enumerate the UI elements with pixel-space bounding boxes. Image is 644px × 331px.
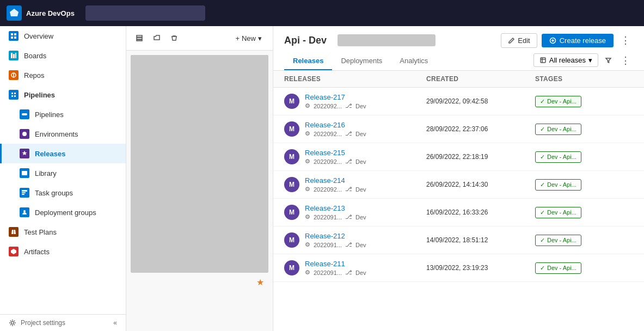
- svg-rect-12: [22, 190, 27, 192]
- sidebar-label-pipelines: Pipelines: [35, 111, 64, 119]
- logo-text: Azure DevOps: [26, 9, 75, 17]
- sidebar-item-environments[interactable]: Environments: [0, 124, 126, 144]
- branch-icon: ⎇: [345, 269, 352, 276]
- tab-bar: Releases Deployments Analytics All relea…: [284, 52, 633, 70]
- svg-rect-4: [11, 53, 13, 58]
- sidebar-label-deploygroups: Deployment groups: [35, 209, 96, 217]
- release-info: Release-215 ⚙ 2022092... ⎇ Dev: [305, 149, 366, 165]
- tab-releases-label: Releases: [293, 57, 323, 65]
- sidebar-item-deploygroups[interactable]: Deployment groups: [0, 203, 126, 222]
- stage-cell: ✓ Dev - Api...: [535, 124, 633, 135]
- sidebar-item-releases[interactable]: Releases: [0, 144, 126, 163]
- logo[interactable]: Azure DevOps: [7, 5, 75, 21]
- releases-table: Releases Created Stages M Release-217 ⚙ …: [273, 71, 644, 331]
- meta-build: 2022091...: [314, 242, 342, 248]
- branch-icon: ⎇: [345, 130, 352, 137]
- all-releases-button[interactable]: All releases ▾: [533, 53, 598, 67]
- release-name[interactable]: Release-212: [305, 232, 366, 240]
- delete-btn[interactable]: [167, 30, 182, 46]
- middle-content: ★: [126, 51, 273, 331]
- release-meta: ⚙ 2022091... ⎇ Dev: [305, 269, 366, 276]
- stage-badge[interactable]: ✓ Dev - Api...: [535, 207, 581, 218]
- stage-badge[interactable]: ✓ Dev - Api...: [535, 151, 581, 163]
- artifacts-icon: [9, 247, 19, 256]
- more-options-button[interactable]: ⋮: [618, 33, 633, 48]
- sidebar-item-library[interactable]: Library: [0, 163, 126, 183]
- table-more-button[interactable]: ⋮: [618, 53, 633, 68]
- release-meta: ⚙ 2022092... ⎇ Dev: [305, 186, 366, 193]
- build-icon: ⚙: [305, 158, 310, 165]
- filter-button[interactable]: [600, 53, 616, 68]
- header-top: Api - Dev Edit Create release ⋮: [284, 33, 633, 48]
- release-meta: ⚙ 2022091... ⎇ Dev: [305, 213, 366, 220]
- edit-button[interactable]: Edit: [501, 33, 537, 48]
- new-button[interactable]: + New ▾: [230, 32, 267, 45]
- sidebar-item-pipelines-header[interactable]: Pipelines: [0, 85, 126, 105]
- sidebar-item-testplans[interactable]: Test Plans: [0, 222, 126, 242]
- right-panel: Api - Dev Edit Create release ⋮ Rele: [273, 26, 644, 331]
- search-bar[interactable]: [85, 5, 205, 21]
- create-release-button[interactable]: Create release: [542, 34, 614, 47]
- release-cell: M Release-211 ⚙ 2022091... ⎇ Dev: [284, 260, 426, 276]
- new-label: New: [242, 34, 256, 42]
- avatar: M: [284, 94, 299, 109]
- create-release-label: Create release: [560, 36, 606, 45]
- sidebar-item-pipelines[interactable]: Pipelines: [0, 105, 126, 124]
- middle-toolbar: + New ▾: [126, 26, 273, 51]
- folder-view-btn[interactable]: [149, 30, 164, 46]
- stage-badge[interactable]: ✓ Dev - Api...: [535, 124, 581, 135]
- created-cell: 13/09/2022, 23:19:23: [426, 264, 535, 272]
- releases-icon: [20, 149, 29, 158]
- tab-releases[interactable]: Releases: [284, 52, 332, 70]
- stage-label: Dev - Api...: [547, 265, 576, 271]
- sidebar-label-artifacts: Artifacts: [24, 248, 50, 256]
- table-row: M Release-214 ⚙ 2022092... ⎇ Dev 26/09/2…: [273, 171, 644, 199]
- release-meta: ⚙ 2022092... ⎇ Dev: [305, 130, 366, 137]
- sidebar-item-overview[interactable]: Overview: [0, 26, 126, 46]
- tab-deployments[interactable]: Deployments: [332, 52, 391, 70]
- stage-cell: ✓ Dev - Api...: [535, 151, 633, 163]
- svg-rect-23: [541, 58, 545, 63]
- release-name[interactable]: Release-216: [305, 121, 366, 129]
- table-row: M Release-215 ⚙ 2022092... ⎇ Dev 26/09/2…: [273, 143, 644, 171]
- svg-rect-6: [15, 53, 16, 58]
- library-icon: [20, 168, 29, 178]
- taskgroups-icon: [20, 188, 29, 198]
- branch-icon: ⎇: [345, 241, 352, 248]
- table-row: M Release-211 ⚙ 2022091... ⎇ Dev 13/09/2…: [273, 254, 644, 282]
- release-name[interactable]: Release-211: [305, 260, 366, 268]
- stage-badge[interactable]: ✓ Dev - Api...: [535, 235, 581, 246]
- release-name[interactable]: Release-217: [305, 93, 366, 101]
- project-settings-label: Project settings: [21, 319, 65, 327]
- sidebar-item-repos[interactable]: Repos: [0, 65, 126, 85]
- stage-label: Dev - Api...: [547, 209, 576, 216]
- check-icon: ✓: [540, 237, 545, 244]
- release-name[interactable]: Release-215: [305, 149, 366, 157]
- check-icon: ✓: [540, 181, 545, 188]
- avatar: M: [284, 205, 299, 220]
- release-name[interactable]: Release-213: [305, 204, 366, 212]
- project-settings[interactable]: Project settings «: [0, 314, 126, 331]
- sidebar-item-taskgroups[interactable]: Task groups: [0, 183, 126, 203]
- chevron-down-icon: ▾: [258, 34, 262, 42]
- stage-badge[interactable]: ✓ Dev - Api...: [535, 179, 581, 191]
- release-info: Release-216 ⚙ 2022092... ⎇ Dev: [305, 121, 366, 137]
- favorite-button[interactable]: ★: [131, 277, 268, 287]
- meta-build: 2022092...: [314, 158, 342, 165]
- pipeline-list-placeholder: [131, 55, 268, 273]
- release-cell: M Release-216 ⚙ 2022092... ⎇ Dev: [284, 121, 426, 137]
- stage-cell: ✓ Dev - Api...: [535, 179, 633, 191]
- tab-analytics-label: Analytics: [400, 57, 428, 65]
- sidebar-item-artifacts[interactable]: Artifacts: [0, 242, 126, 261]
- tab-analytics[interactable]: Analytics: [391, 52, 437, 70]
- list-view-btn[interactable]: [132, 30, 147, 46]
- table-header: Releases Created Stages: [273, 71, 644, 88]
- sidebar-item-boards[interactable]: Boards: [0, 46, 126, 65]
- stage-badge[interactable]: ✓ Dev - Api...: [535, 262, 581, 274]
- release-name[interactable]: Release-214: [305, 176, 366, 185]
- release-cell: M Release-214 ⚙ 2022092... ⎇ Dev: [284, 176, 426, 193]
- build-icon: ⚙: [305, 213, 310, 220]
- table-row: M Release-217 ⚙ 2022092... ⎇ Dev 29/09/2…: [273, 88, 644, 115]
- release-cell: M Release-212 ⚙ 2022091... ⎇ Dev: [284, 232, 426, 248]
- stage-badge[interactable]: ✓ Dev - Api...: [535, 96, 581, 107]
